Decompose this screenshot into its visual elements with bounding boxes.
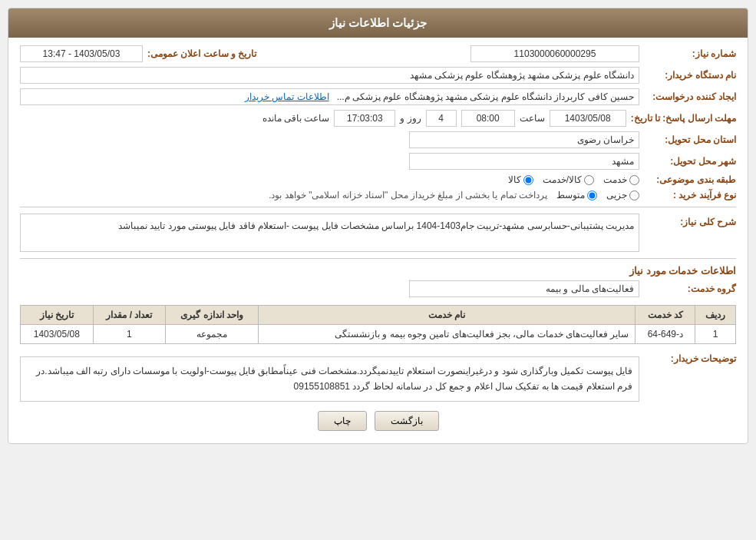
- need-number-label: شماره نیاز:: [644, 48, 736, 59]
- divider-2: [20, 258, 736, 259]
- general-desc-value: مدیریت پشتیبانی-حسابرسی مشهد-تربیت جام14…: [20, 214, 639, 252]
- col-quantity: تعداد / مقدار: [93, 306, 166, 325]
- category-radio-service[interactable]: [629, 175, 639, 185]
- announcement-label: تاریخ و ساعت اعلان عمومی:: [147, 48, 256, 59]
- creator-value: حسین کافی کاربرداز دانشگاه علوم پزشکی مش…: [20, 88, 639, 105]
- general-desc-label: شرح کلی نیاز:: [644, 214, 736, 227]
- col-name: نام خدمت: [259, 306, 636, 325]
- deadline-time: 08:00: [461, 110, 515, 127]
- cell-code: د-649-64: [636, 325, 695, 344]
- category-service-label: خدمت: [603, 174, 627, 185]
- page-title: جزئیات اطلاعات نیاز: [8, 8, 748, 38]
- cell-unit: مجموعه: [166, 325, 259, 344]
- process-option-medium[interactable]: متوسط: [556, 190, 597, 200]
- deadline-label: مهلت ارسال پاسخ: تا تاریخ:: [631, 113, 736, 124]
- category-radio-goods[interactable]: [523, 175, 533, 185]
- deadline-time-label: ساعت: [520, 113, 545, 124]
- process-radio-medium[interactable]: [587, 190, 597, 200]
- services-title: اطلاعات خدمات مورد نیاز: [20, 265, 736, 277]
- category-option-service[interactable]: خدمت: [603, 174, 639, 185]
- deadline-remaining: 17:03:03: [334, 110, 395, 127]
- deadline-date: 1403/05/08: [550, 110, 626, 127]
- service-group-label: گروه خدمت:: [644, 283, 736, 294]
- process-option-partial[interactable]: جزیی: [606, 190, 639, 200]
- category-both-label: کالا/خدمت: [543, 174, 582, 185]
- deadline-remaining-label: ساعت باقی مانده: [262, 113, 330, 124]
- back-button[interactable]: بازگشت: [375, 411, 439, 431]
- announcement-value: 1403/05/03 - 13:47: [20, 45, 143, 62]
- category-option-both[interactable]: کالا/خدمت: [543, 174, 594, 185]
- deadline-days: 4: [426, 110, 457, 127]
- deadline-days-label: روز و: [400, 113, 421, 124]
- need-number-value: 1103000060000295: [470, 45, 639, 62]
- col-code: کد خدمت: [636, 306, 695, 325]
- province-label: استان محل تحویل:: [644, 134, 736, 145]
- cell-date: 1403/05/08: [21, 325, 94, 344]
- col-date: تاریخ نیاز: [21, 306, 94, 325]
- category-radio-both[interactable]: [584, 175, 594, 185]
- buyer-org-label: نام دستگاه خریدار:: [644, 70, 736, 81]
- service-group-value: فعالیت‌های مالی و بیمه: [409, 280, 639, 297]
- category-label: طبقه بندی موضوعی:: [644, 174, 736, 185]
- services-table-section: ردیف کد خدمت نام خدمت واحد اندازه گیری ت…: [20, 305, 736, 344]
- buyer-org-value: دانشگاه علوم پزشکی مشهد پژوهشگاه علوم پز…: [20, 67, 639, 84]
- city-value: مشهد: [409, 153, 639, 170]
- creator-contact-link[interactable]: اطلاعات تماس خریدار: [245, 91, 329, 102]
- category-goods-label: کالا: [508, 174, 521, 185]
- process-note: پرداخت تمام یا بخشی از مبلغ خریداز محل "…: [269, 190, 547, 200]
- process-partial-label: جزیی: [606, 190, 627, 200]
- cell-row: 1: [695, 325, 736, 344]
- creator-label: ایجاد کننده درخواست:: [644, 91, 736, 102]
- services-table: ردیف کد خدمت نام خدمت واحد اندازه گیری ت…: [20, 305, 736, 344]
- col-row: ردیف: [695, 306, 736, 325]
- buyer-notes-label: توضیحات خریدار:: [644, 350, 736, 364]
- cell-quantity: 1: [93, 325, 166, 344]
- category-radio-group: خدمت کالا/خدمت کالا: [20, 174, 639, 185]
- city-label: شهر محل تحویل:: [644, 156, 736, 167]
- process-radio-partial[interactable]: [629, 190, 639, 200]
- print-button[interactable]: چاپ: [318, 411, 367, 431]
- table-row: 1 د-649-64 سایر فعالیت‌های خدمات مالی، ب…: [21, 325, 736, 344]
- buyer-notes-value: فایل پیوست تکمیل وبارگذاری شود و درغیرای…: [20, 356, 639, 402]
- category-option-goods[interactable]: کالا: [508, 174, 533, 185]
- province-value: خراسان رضوی: [409, 131, 639, 148]
- process-label: نوع فرآیند خرید :: [644, 190, 736, 200]
- col-unit: واحد اندازه گیری: [166, 306, 259, 325]
- buttons-row: بازگشت چاپ: [20, 411, 736, 431]
- divider-1: [20, 207, 736, 207]
- process-medium-label: متوسط: [556, 190, 585, 200]
- cell-name: سایر فعالیت‌های خدمات مالی، بجز فعالیت‌ه…: [259, 325, 636, 344]
- process-radio-group: جزیی متوسط پرداخت تمام یا بخشی از مبلغ خ…: [20, 190, 639, 200]
